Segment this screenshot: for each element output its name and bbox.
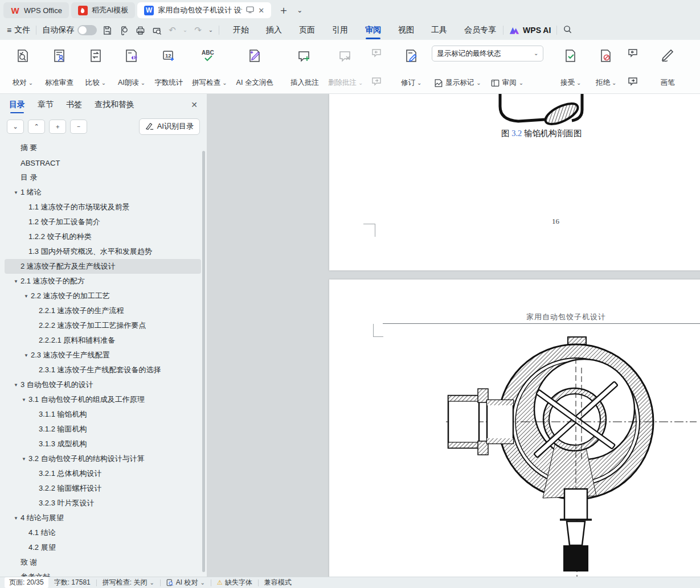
toc-item[interactable]: 2.2.1 速冻饺子的生产流程 [5, 303, 201, 318]
expand-triangle-icon[interactable]: ▼ [21, 457, 27, 462]
split-screen-icon[interactable] [246, 6, 254, 15]
toc-item[interactable]: ABSTRACT [5, 155, 201, 170]
toc-item[interactable]: 1.3 国内外研究概况、水平和发展趋势 [5, 244, 201, 259]
expand-triangle-icon[interactable]: ▼ [23, 353, 30, 358]
compatibility-mode-indicator[interactable]: 兼容模式 [264, 578, 292, 587]
document-canvas[interactable]: 图 3.2 输馅机构剖面图 16 家用自动包饺子机设计 [207, 94, 700, 577]
toc-item[interactable]: 4.2 展望 [5, 540, 201, 555]
menu-item-3[interactable]: 页面 [298, 22, 316, 39]
close-tab-icon[interactable]: ✕ [258, 6, 264, 15]
next-change-icon[interactable] [625, 74, 640, 89]
tab-document-active[interactable]: W 家用自动包饺子机设计 设计说 ✕ [137, 2, 271, 18]
menu-item-2[interactable]: 插入 [265, 22, 283, 39]
toc-item[interactable]: 2.2.2 速冻饺子加工工艺操作要点 [5, 318, 201, 333]
autosave-toggle[interactable] [77, 25, 97, 35]
accept-button[interactable]: 接受⌄ [554, 43, 588, 91]
expand-all-button[interactable]: ⌄ [7, 120, 24, 134]
toc-item[interactable]: ▼2.1 速冻饺子的配方 [5, 274, 201, 289]
toc-item[interactable]: ▼1 绪论 [5, 185, 201, 200]
toc-item[interactable]: 3.2.3 叶片泵设计 [5, 496, 201, 511]
toc-item[interactable]: 2.3.1 速冻饺子生产线配套设备的选择 [5, 363, 201, 377]
menu-item-8[interactable]: 会员专享 [463, 22, 497, 39]
comments-group: 插入批注 删除批注⌄ [284, 43, 387, 91]
toc-item[interactable]: 3.1.1 输馅机构 [5, 407, 201, 422]
brush-button[interactable]: 画笔 [650, 43, 685, 91]
missing-font-warning[interactable]: ⚠ 缺失字体 [217, 578, 252, 587]
menu-item-6[interactable]: 视图 [397, 22, 415, 39]
tab-wps-office[interactable]: W WPS Office [3, 2, 69, 18]
save-icon[interactable] [103, 26, 112, 35]
toc-item[interactable]: ▼3 自动包饺子机的设计 [5, 377, 201, 392]
expand-triangle-icon[interactable]: ▼ [21, 397, 27, 402]
expand-triangle-icon[interactable]: ▼ [23, 294, 30, 299]
toc-item[interactable]: ▼4 结论与展望 [5, 511, 201, 525]
markup-state-select[interactable]: 显示标记的最终状态 ⌄ [432, 46, 543, 61]
proofread-button[interactable]: 校对⌄ [6, 43, 40, 91]
ai-polish-button[interactable]: AI 全文润色 [232, 43, 277, 91]
toc-item[interactable]: ▼2.2 速冻饺子的加工工艺 [5, 289, 201, 303]
spellcheck-status[interactable]: 拼写检查: 关闭 ⌄ [103, 578, 154, 587]
page-indicator[interactable]: 页面: 20/35 [5, 577, 48, 588]
ai-proofread-status[interactable]: AI 校对 ⌄ [166, 578, 205, 587]
sidebar-scrollbar[interactable] [202, 151, 205, 572]
close-sidebar-icon[interactable]: ✕ [191, 100, 198, 109]
toc-item[interactable]: 1.1 速冻饺子的市场现状及前景 [5, 200, 201, 215]
word-count-button[interactable]: 12 字数统计 [150, 43, 187, 91]
search-icon[interactable] [563, 24, 572, 36]
file-menu[interactable]: ≡ 文件 [7, 25, 30, 35]
expand-triangle-icon[interactable]: ▼ [13, 190, 19, 195]
track-changes-button[interactable]: 修订⌄ [394, 43, 428, 91]
toc-item[interactable]: 2.2.2.1 原料和辅料准备 [5, 333, 201, 348]
tab-list-chevron-icon[interactable]: ⌄ [296, 6, 304, 14]
toc-item[interactable]: 1.2.2 饺子机的种类 [5, 229, 201, 244]
sidebar-tab-find-replace[interactable]: 查找和替换 [95, 95, 134, 114]
toc-item[interactable]: 1.2 饺子加工设备简介 [5, 215, 201, 229]
sidebar-tab-chapters[interactable]: 章节 [38, 95, 54, 114]
toc-item[interactable]: ▼2.3 速冻饺子生产线配置 [5, 348, 201, 363]
previous-change-icon[interactable] [625, 46, 640, 60]
print-preview-icon[interactable] [152, 26, 162, 35]
insert-comment-button[interactable]: 插入批注 [286, 43, 323, 91]
expand-triangle-icon[interactable]: ▼ [13, 516, 19, 521]
wps-ai-label: WPS AI [523, 26, 551, 35]
toc-item[interactable]: 摘 要 [5, 141, 201, 155]
toc-item[interactable]: 3.1.3 成型机构 [5, 437, 201, 451]
menu-item-1[interactable]: 开始 [232, 22, 250, 39]
menu-item-7[interactable]: 工具 [430, 22, 448, 39]
toc-item[interactable]: 参考文献 [5, 570, 201, 577]
ai-read-aloud-button[interactable]: AI朗读⌄ [114, 43, 149, 91]
collapse-all-button[interactable]: ⌃ [28, 120, 45, 134]
sidebar-tab-bookmarks[interactable]: 书签 [66, 95, 82, 114]
toc-item[interactable]: 3.1.2 输面机构 [5, 422, 201, 437]
standard-review-button[interactable]: 标准审查 [41, 43, 77, 91]
toc-item[interactable]: 3.2.2 输面螺杆设计 [5, 481, 201, 496]
toc-item-selected[interactable]: 2 速冻饺子配方及生产线设计 [5, 259, 201, 274]
tab-docer-templates[interactable]: 稻壳AI模板 [71, 2, 135, 18]
quick-access-chevron-icon[interactable]: ⌄ [208, 27, 213, 33]
review-pane-button[interactable]: 审阅 ⌄ [489, 77, 525, 89]
new-tab-button[interactable]: ＋ [273, 3, 293, 18]
zoom-in-button[interactable]: ＋ [49, 120, 66, 134]
reject-button[interactable]: 拒绝⌄ [589, 43, 623, 91]
word-count-indicator[interactable]: 字数: 17581 [54, 578, 91, 587]
toc-item[interactable]: 3.2.1 总体机构设计 [5, 466, 201, 481]
toc-item[interactable]: 目 录 [5, 170, 201, 185]
toc-item[interactable]: 4.1 结论 [5, 525, 201, 540]
spell-check-button[interactable]: ABC 拼写检查⌄ [188, 43, 231, 91]
menu-item-5[interactable]: 审阅 [364, 22, 382, 39]
zoom-out-button[interactable]: － [70, 120, 87, 134]
wps-ai-button[interactable]: WPS AI [509, 26, 551, 35]
menu-item-4[interactable]: 引用 [331, 22, 349, 39]
expand-triangle-icon[interactable]: ▼ [13, 279, 19, 284]
toc-item[interactable]: ▼3.1 自动包饺子机的组成及工作原理 [5, 392, 201, 407]
compare-button[interactable]: 比较⌄ [79, 43, 113, 91]
export-pdf-icon[interactable] [119, 26, 129, 35]
show-markup-button[interactable]: 显示标记 ⌄ [432, 77, 482, 89]
translate-button[interactable]: 文A 翻译⌄ [694, 43, 700, 91]
toc-item[interactable]: 致 谢 [5, 555, 201, 570]
toc-item[interactable]: ▼3.2 自动包饺子机的结构设计与计算 [5, 451, 201, 466]
sidebar-tab-toc[interactable]: 目录 [9, 95, 25, 114]
ai-recognize-toc-button[interactable]: AI识别目录 [139, 118, 200, 135]
print-icon[interactable] [136, 26, 145, 35]
expand-triangle-icon[interactable]: ▼ [13, 383, 19, 388]
